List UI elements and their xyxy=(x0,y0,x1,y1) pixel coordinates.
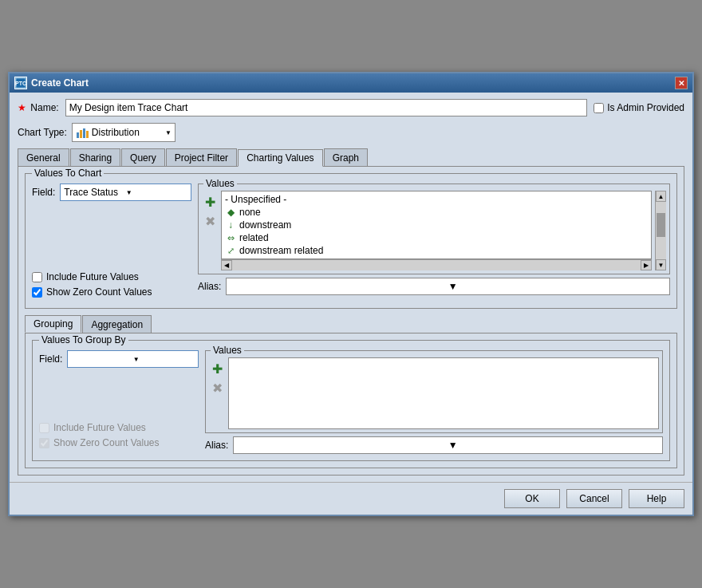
vtc-remove-button[interactable]: ✖ xyxy=(202,213,218,229)
bottom-section-content: Values To Group By Field: ▼ xyxy=(25,333,677,468)
vscroll-up-arrow[interactable]: ▲ xyxy=(656,191,666,202)
tab-general[interactable]: General xyxy=(18,148,69,166)
dialog-body: ★ Name: Is Admin Provided Chart Type: Di… xyxy=(10,93,692,482)
values-to-chart-group: Values To Chart Field: Trace Status ▼ xyxy=(25,173,677,309)
vtc-right-panel: Values ✚ ✖ - Unspecified - xyxy=(198,184,670,302)
cancel-button[interactable]: Cancel xyxy=(566,489,622,508)
list-item: ⇔ related xyxy=(223,231,649,244)
vtc-values-list-wrapper: - Unspecified - ◆ none ↓ dow xyxy=(221,191,652,270)
is-admin-label: Is Admin Provided xyxy=(607,102,684,113)
vtc-field-arrow: ▼ xyxy=(126,189,187,196)
chart-type-value: Distribution xyxy=(92,127,140,138)
main-tabs: General Sharing Query Project Filter Cha… xyxy=(18,148,684,167)
tab-project-filter[interactable]: Project Filter xyxy=(166,148,237,166)
vtc-values-list[interactable]: - Unspecified - ◆ none ↓ dow xyxy=(221,191,652,259)
vtg-title: Values To Group By xyxy=(39,334,128,345)
required-indicator: ★ xyxy=(18,102,26,113)
vtc-values-title: Values xyxy=(203,178,237,189)
tab-graph[interactable]: Graph xyxy=(324,148,368,166)
item-text: downstream xyxy=(239,219,291,231)
vtg-remove-button[interactable]: ✖ xyxy=(209,380,225,396)
vtg-alias-select[interactable]: ▼ xyxy=(233,436,663,454)
item-text: downstream related xyxy=(239,245,323,256)
vtg-values-layout: ✚ ✖ xyxy=(209,357,659,429)
values-to-group-box: Values To Group By Field: ▼ xyxy=(32,340,670,461)
tab-aggregation[interactable]: Aggregation xyxy=(82,315,152,333)
dialog-footer: OK Cancel Help xyxy=(10,482,692,515)
close-button[interactable]: ✕ xyxy=(675,77,688,89)
help-button[interactable]: Help xyxy=(629,489,684,508)
tab-grouping[interactable]: Grouping xyxy=(25,315,81,333)
vtg-right-panel: Values ✚ ✖ xyxy=(205,350,663,454)
bar-chart-icon xyxy=(76,126,89,139)
vtc-field-select[interactable]: Trace Status ▼ xyxy=(60,184,191,201)
hscroll-right-arrow[interactable]: ▶ xyxy=(641,260,652,270)
vscroll-thumb[interactable] xyxy=(657,213,665,237)
name-input[interactable] xyxy=(65,99,588,116)
vtc-field-row: Field: Trace Status ▼ xyxy=(32,184,191,201)
svg-rect-2 xyxy=(77,132,79,138)
vtg-spacer xyxy=(39,374,199,422)
vscroll-down-arrow[interactable]: ▼ xyxy=(656,259,666,270)
vtc-add-button[interactable]: ✚ xyxy=(202,194,218,210)
vtc-values-layout: ✚ ✖ - Unspecified - ◆ xyxy=(202,191,666,270)
vtg-values-title: Values xyxy=(211,345,244,356)
vtc-alias-label: Alias: xyxy=(198,281,221,292)
vtc-include-future-checkbox[interactable] xyxy=(32,272,42,282)
vtg-alias-label: Alias: xyxy=(205,440,228,451)
dialog-title: Create Chart xyxy=(31,77,89,89)
vtc-left-panel: Field: Trace Status ▼ Include Future Val… xyxy=(32,184,191,302)
vtg-show-zero-checkbox[interactable] xyxy=(39,438,49,448)
svg-rect-3 xyxy=(80,130,82,138)
vtc-spacer xyxy=(32,207,191,271)
tab-query[interactable]: Query xyxy=(121,148,165,166)
vtc-vscrollbar[interactable]: ▲ ▼ xyxy=(655,191,666,270)
create-chart-dialog: PTC Create Chart ✕ ★ Name: Is Admin Prov… xyxy=(8,72,694,516)
vtg-values-group: Values ✚ ✖ xyxy=(205,350,663,433)
chart-type-label: Chart Type: xyxy=(18,127,67,138)
ok-button[interactable]: OK xyxy=(504,489,560,508)
vtc-hscrollbar[interactable]: ◀ ▶ xyxy=(221,259,652,270)
chart-type-arrow: ▼ xyxy=(165,129,172,136)
vtg-show-zero-label: Show Zero Count Values xyxy=(53,437,160,448)
vtg-add-button[interactable]: ✚ xyxy=(209,361,225,377)
vtg-left-panel: Field: ▼ Include Future Values xyxy=(39,350,199,454)
vtg-field-arrow: ▼ xyxy=(133,356,195,363)
chart-type-row: Chart Type: Distribution ▼ xyxy=(18,123,684,142)
vtc-alias-row: Alias: ▼ xyxy=(198,278,670,295)
item-text: none xyxy=(239,207,261,218)
vtg-include-future-checkbox[interactable] xyxy=(39,423,49,433)
vtc-include-future-label: Include Future Values xyxy=(46,271,139,282)
vtg-alias-row: Alias: ▼ xyxy=(205,436,663,454)
is-admin-checkbox[interactable] xyxy=(594,103,604,113)
list-item: ↓ downstream xyxy=(223,219,649,231)
ptc-icon: PTC xyxy=(14,77,27,89)
is-admin-row: Is Admin Provided xyxy=(594,102,684,113)
vtg-inner: Field: ▼ Include Future Values xyxy=(39,350,663,454)
item-text: related xyxy=(239,232,269,243)
vtc-show-zero-checkbox[interactable] xyxy=(32,287,42,298)
hscroll-track xyxy=(232,260,641,270)
list-item: ◆ none xyxy=(223,206,649,219)
vtg-values-buttons: ✚ ✖ xyxy=(209,357,225,429)
name-label: ★ Name: xyxy=(18,102,59,113)
values-to-chart-inner: Field: Trace Status ▼ Include Future Val… xyxy=(32,184,670,302)
vtc-field-value: Trace Status xyxy=(64,187,125,198)
vtc-alias-select[interactable]: ▼ xyxy=(226,278,670,295)
svg-text:PTC: PTC xyxy=(15,81,26,86)
diamond-icon: ◆ xyxy=(225,208,236,216)
vtc-values-group: Values ✚ ✖ - Unspecified - xyxy=(198,184,670,274)
vtg-field-row: Field: ▼ xyxy=(39,350,199,368)
bottom-tabs: Grouping Aggregation xyxy=(25,315,677,333)
vtg-field-select[interactable]: ▼ xyxy=(67,350,199,368)
svg-rect-5 xyxy=(86,131,89,138)
title-bar: PTC Create Chart ✕ xyxy=(10,73,692,93)
vtc-show-zero-label: Show Zero Count Values xyxy=(46,286,152,298)
tab-sharing[interactable]: Sharing xyxy=(70,148,120,166)
alias-arrow: ▼ xyxy=(448,281,666,292)
chart-type-select[interactable]: Distribution ▼ xyxy=(72,123,176,142)
hscroll-left-arrow[interactable]: ◀ xyxy=(221,260,232,270)
vtg-values-list[interactable] xyxy=(228,357,659,429)
tab-charting-values[interactable]: Charting Values xyxy=(238,149,323,167)
vtg-include-future-row: Include Future Values xyxy=(39,422,199,433)
